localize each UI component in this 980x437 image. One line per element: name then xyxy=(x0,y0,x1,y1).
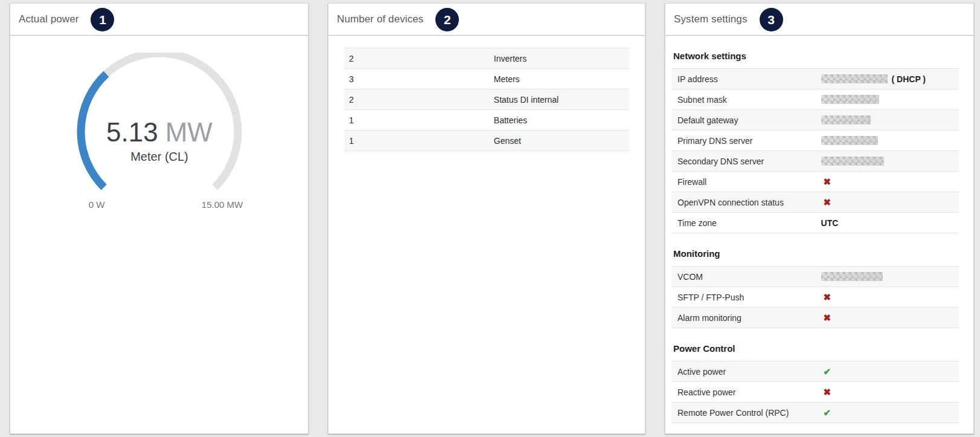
device-type-label: Status DI internal xyxy=(494,95,629,105)
settings-label: Active power xyxy=(671,367,821,377)
device-count: 1 xyxy=(344,115,494,125)
settings-label: Remote Power Control (RPC) xyxy=(671,408,821,418)
cross-icon: ✖ xyxy=(821,198,831,207)
settings-row: Reactive power✖ xyxy=(671,382,959,403)
settings-row: SFTP / FTP-Push✖ xyxy=(671,287,959,308)
settings-label: Subnet mask xyxy=(671,95,821,105)
settings-label: Default gateway xyxy=(671,115,821,125)
settings-row: Remote Power Control (RPC)✔ xyxy=(671,403,959,423)
settings-row: Primary DNS server xyxy=(671,131,959,151)
cross-icon: ✖ xyxy=(821,177,831,186)
settings-row: Active power✔ xyxy=(671,361,959,382)
device-row: 1Batteries xyxy=(344,110,629,131)
cross-icon: ✖ xyxy=(821,387,831,397)
settings-row: Default gateway xyxy=(671,110,959,131)
settings-row: Secondary DNS server xyxy=(671,151,959,172)
card-title: Number of devices xyxy=(337,13,423,25)
settings-sections: Network settingsIP address( DHCP )Subnet… xyxy=(671,36,959,423)
card-header-system-settings: System settings 3 xyxy=(665,4,973,36)
settings-row: Alarm monitoring✖ xyxy=(671,308,959,328)
gauge-min-label: 0 W xyxy=(88,199,105,210)
card-number-of-devices: Number of devices 2 2Inverters3Meters2St… xyxy=(328,3,645,434)
card-header-number-of-devices: Number of devices 2 xyxy=(328,4,645,36)
settings-value xyxy=(821,157,959,166)
device-table: 2Inverters3Meters2Status DI internal1Bat… xyxy=(344,48,629,151)
card-title: Actual power xyxy=(19,13,78,25)
settings-row: VCOM xyxy=(671,267,959,287)
settings-label: IP address xyxy=(671,74,821,84)
settings-value xyxy=(821,115,959,125)
settings-section: MonitoringVCOMSFTP / FTP-Push✖Alarm moni… xyxy=(671,248,959,328)
device-count: 2 xyxy=(344,95,494,105)
device-row: 3Meters xyxy=(344,69,629,89)
gauge-value-number: 5.13 xyxy=(106,117,158,147)
redacted-value xyxy=(821,115,871,125)
settings-value: ✖ xyxy=(821,177,959,186)
device-type-label: Meters xyxy=(494,74,629,84)
device-row: 2Inverters xyxy=(344,48,629,69)
dashboard: Actual power 1 5.13MW Meter (CL) 0 W 15.… xyxy=(0,0,980,437)
gauge-panel: 5.13MW Meter (CL) 0 W 15.00 MW xyxy=(10,36,308,211)
gauge-value-arc xyxy=(81,74,106,187)
redacted-value xyxy=(821,272,883,281)
settings-label: Alarm monitoring xyxy=(671,313,821,323)
settings-value xyxy=(821,272,959,281)
settings-value xyxy=(821,95,959,104)
settings-label: Time zone xyxy=(671,218,821,228)
device-row: 2Status DI internal xyxy=(344,89,629,110)
device-count: 1 xyxy=(344,136,494,146)
settings-section: Power ControlActive power✔Reactive power… xyxy=(671,343,959,423)
device-type-label: Inverters xyxy=(494,54,629,63)
settings-label: OpenVPN connection status xyxy=(671,198,821,207)
settings-row: Time zoneUTC xyxy=(671,213,959,233)
settings-value: ✖ xyxy=(821,387,959,397)
redacted-value xyxy=(821,74,888,83)
step-badge-2: 2 xyxy=(435,8,459,31)
redacted-value xyxy=(821,95,879,104)
settings-label: VCOM xyxy=(671,272,821,282)
settings-label: Primary DNS server xyxy=(671,136,821,146)
settings-value: ✖ xyxy=(821,313,959,322)
device-count: 3 xyxy=(344,74,494,84)
settings-label: Secondary DNS server xyxy=(671,157,821,166)
settings-value-text: ( DHCP ) xyxy=(892,74,926,84)
check-icon: ✔ xyxy=(821,367,831,376)
section-heading: Power Control xyxy=(671,343,959,354)
settings-value: ✔ xyxy=(821,408,959,417)
device-row: 1Genset xyxy=(344,131,629,151)
settings-section: Network settingsIP address( DHCP )Subnet… xyxy=(671,51,959,233)
gauge-source-label: Meter (CL) xyxy=(130,150,188,163)
settings-label: Reactive power xyxy=(671,387,821,397)
card-header-actual-power: Actual power 1 xyxy=(10,4,308,36)
settings-value-text: UTC xyxy=(821,218,839,228)
settings-row: OpenVPN connection status✖ xyxy=(671,192,959,213)
gauge-value-text: 5.13MW xyxy=(106,117,213,147)
settings-row: Firewall✖ xyxy=(671,172,959,192)
device-count: 2 xyxy=(344,54,494,63)
device-type-label: Genset xyxy=(494,136,629,146)
check-icon: ✔ xyxy=(821,408,831,417)
settings-value: UTC xyxy=(821,218,959,228)
settings-value: ( DHCP ) xyxy=(821,74,959,84)
device-type-label: Batteries xyxy=(494,115,629,125)
settings-row: Subnet mask xyxy=(671,89,959,110)
card-title: System settings xyxy=(674,13,748,25)
card-actual-power: Actual power 1 5.13MW Meter (CL) 0 W 15.… xyxy=(10,3,309,434)
step-badge-1: 1 xyxy=(91,8,114,31)
gauge-value-unit: MW xyxy=(165,117,213,147)
settings-label: SFTP / FTP-Push xyxy=(671,293,821,302)
section-heading: Monitoring xyxy=(671,248,959,259)
section-heading: Network settings xyxy=(671,51,959,61)
settings-label: Firewall xyxy=(671,177,821,187)
cross-icon: ✖ xyxy=(821,293,831,302)
settings-value: ✖ xyxy=(821,293,959,302)
cross-icon: ✖ xyxy=(821,313,831,322)
settings-value: ✔ xyxy=(821,367,959,376)
gauge-max-label: 15.00 MW xyxy=(201,199,243,210)
step-badge-3: 3 xyxy=(760,8,783,31)
settings-row: IP address( DHCP ) xyxy=(671,69,959,89)
gauge-chart: 5.13MW Meter (CL) 0 W 15.00 MW xyxy=(57,53,262,211)
settings-value: ✖ xyxy=(821,198,959,207)
redacted-value xyxy=(821,157,884,166)
settings-value xyxy=(821,136,959,145)
